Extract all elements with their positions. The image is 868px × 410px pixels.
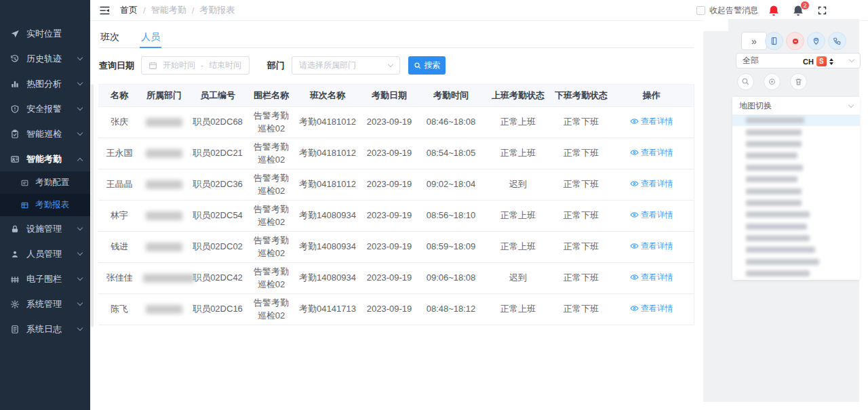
view-detail-label: 查看详情 (641, 147, 673, 159)
redacted-department (146, 118, 182, 127)
view-detail-link[interactable]: 查看详情 (630, 147, 673, 159)
map-switch-header[interactable]: 地图切换 (732, 97, 860, 115)
search-button[interactable]: 搜索 (408, 56, 446, 75)
breadcrumb-level-2[interactable]: 智能考勤 (151, 4, 186, 16)
redacted-map-name (746, 117, 804, 123)
sidebar-subitem-0[interactable]: 考勤配置 (0, 171, 90, 194)
redacted-department (146, 211, 182, 220)
drawer-filter-value: 全部 (743, 55, 759, 66)
ime-language-indicator[interactable]: CH (803, 58, 814, 66)
view-detail-link[interactable]: 查看详情 (630, 116, 673, 127)
notification-bell-icon[interactable]: 2 (792, 5, 804, 17)
redacted-department (146, 180, 182, 189)
view-detail-link[interactable]: 查看详情 (630, 272, 673, 283)
ime-handle-icon[interactable] (829, 58, 833, 65)
cell-attendance-date: 2023-09-19 (360, 294, 418, 325)
view-detail-link[interactable]: 查看详情 (630, 178, 673, 190)
sidebar-item-6[interactable]: 设施管理 (0, 216, 90, 241)
date-range-input[interactable]: 开始时间 - 结束时间 (141, 56, 250, 75)
ime-toolbar: CH S (803, 56, 833, 66)
security-alarm-icon (10, 104, 20, 114)
sidebar-item-1[interactable]: 历史轨迹 (0, 46, 90, 71)
search-icon (741, 77, 750, 86)
map-list-item[interactable] (732, 185, 860, 197)
eye-icon (630, 305, 639, 312)
collapse-alarm-checkbox[interactable] (696, 6, 705, 15)
sidebar-item-2[interactable]: 热图分析 (0, 71, 90, 96)
map-list-item[interactable] (732, 126, 860, 138)
map-list-item[interactable] (732, 221, 860, 232)
alarm-record-button[interactable] (786, 32, 804, 50)
map-list-item[interactable] (732, 150, 860, 161)
department-select[interactable]: 请选择所属部门 (292, 56, 400, 75)
alarm-bell-icon[interactable] (768, 5, 780, 17)
cell-department (140, 263, 188, 294)
call-button[interactable] (828, 32, 846, 50)
collapse-menu-icon[interactable] (99, 5, 111, 16)
map-locate-button[interactable] (764, 73, 781, 90)
map-list-item[interactable] (732, 268, 860, 279)
sidebar-item-5[interactable]: 智能考勤 (0, 146, 90, 171)
sidebar-item-8[interactable]: 电子围栏 (0, 266, 90, 291)
person-locate-button[interactable] (807, 32, 825, 50)
cell-clock-out-status: 正常下班 (553, 294, 610, 325)
sidebar-item-7[interactable]: 人员管理 (0, 241, 90, 266)
column-header-7: 上班考勤状态 (484, 85, 553, 107)
map-clear-button[interactable] (790, 73, 807, 90)
sidebar-subitem-1[interactable]: 考勤报表 (0, 194, 90, 216)
smart-attendance-icon (10, 154, 20, 164)
map-list-item[interactable] (732, 232, 860, 244)
sidebar-item-label: 智能考勤 (26, 153, 78, 165)
view-detail-link[interactable]: 查看详情 (630, 209, 673, 221)
map-list-item[interactable] (732, 162, 860, 173)
map-list-item[interactable] (732, 115, 860, 126)
cell-clock-in-status: 迟到 (484, 169, 553, 201)
table-body: 张庆 职员02DC68 告警考勤巡检02 考勤04181012 2023-09-… (98, 107, 694, 325)
map-list-item[interactable] (732, 256, 860, 268)
redacted-map-name (746, 129, 802, 136)
realtime-location-icon (10, 28, 20, 39)
sidebar-item-10[interactable]: 系统日志 (0, 316, 90, 342)
cell-attendance-time: 08:54~18:05 (418, 138, 484, 169)
ime-logo-icon[interactable]: S (816, 56, 827, 66)
sidebar-item-4[interactable]: 智能巡检 (0, 121, 90, 146)
panel-icon (770, 37, 778, 45)
breadcrumb-home[interactable]: 首页 (120, 4, 138, 16)
map-list-item[interactable] (732, 197, 860, 209)
cell-actions: 查看详情 (610, 263, 694, 294)
cell-actions: 查看详情 (610, 232, 694, 263)
cell-name: 张佳佳 (98, 263, 140, 294)
chevron-down-icon (77, 130, 83, 136)
drawer-expand-button[interactable]: » (741, 32, 767, 50)
system-log-icon (10, 324, 20, 334)
sidebar-item-label: 设施管理 (26, 223, 78, 235)
map-search-button[interactable] (737, 73, 754, 90)
sidebar-item-3[interactable]: 安全报警 (0, 96, 90, 121)
cell-shift-name: 考勤04181012 (295, 138, 360, 169)
map-list-item[interactable] (732, 138, 860, 150)
sidebar-item-0[interactable]: 实时位置 (0, 21, 90, 46)
map-list-item[interactable] (732, 244, 860, 255)
panel-toggle-button[interactable] (765, 32, 783, 50)
trash-icon (794, 77, 803, 86)
view-detail-link[interactable]: 查看详情 (630, 303, 673, 314)
tab-shifts[interactable]: 班次 (99, 27, 121, 47)
sidebar-item-label: 智能巡检 (26, 128, 78, 140)
view-detail-link[interactable]: 查看详情 (630, 241, 673, 252)
sidebar-subitem-label: 考勤报表 (35, 199, 69, 211)
sidebar-item-9[interactable]: 系统管理 (0, 291, 90, 316)
cell-fence-name: 告警考勤巡检02 (248, 107, 295, 138)
attendance-report-icon (20, 201, 29, 209)
breadcrumb: 首页 / 智能考勤 / 考勤报表 (120, 4, 235, 16)
table-scrollbar[interactable] (91, 84, 94, 327)
cell-attendance-time: 09:02~18:04 (418, 169, 484, 201)
cell-employee-id: 职员02DC54 (188, 201, 248, 232)
drawer-filter-select[interactable]: 全部 (736, 53, 861, 68)
map-list-item[interactable] (732, 209, 860, 220)
map-switch-title: 地图切换 (739, 100, 772, 112)
attendance-table: 名称所属部门员工编号围栏名称班次名称考勤日期考勤时间上班考勤状态下班考勤状态操作… (98, 84, 694, 325)
fullscreen-icon[interactable] (817, 5, 827, 16)
tab-personnel[interactable]: 人员 (140, 27, 161, 47)
table-row: 陈飞 职员02DC16 告警考勤巡检02 考勤04141713 2023-09-… (98, 294, 694, 325)
map-list-item[interactable] (732, 173, 860, 185)
